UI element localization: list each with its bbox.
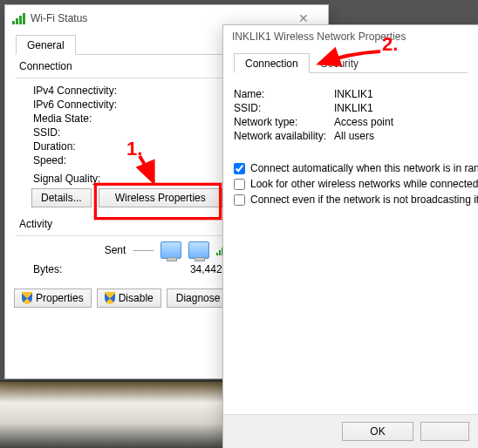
properties-button[interactable]: Properties <box>14 288 92 308</box>
look-for-others-checkbox-row[interactable]: Look for other wireless networks while c… <box>234 178 468 190</box>
wifi-bars-icon <box>12 12 25 24</box>
name-label: Name: <box>234 88 334 100</box>
connect-auto-checkbox[interactable] <box>234 163 245 174</box>
name-value: INKLIK1 <box>334 88 373 100</box>
wireless-properties-button[interactable]: Wireless Properties <box>99 188 222 207</box>
details-button[interactable]: Details... <box>31 188 92 207</box>
look-for-others-label: Look for other wireless networks while c… <box>250 178 478 190</box>
close-icon[interactable]: ✕ <box>286 11 321 25</box>
shield-icon <box>22 292 32 304</box>
connect-auto-checkbox-row[interactable]: Connect automatically when this network … <box>234 162 468 174</box>
sent-label: Sent <box>105 244 126 256</box>
network-type-value: Access point <box>334 116 393 128</box>
desktop-background-strip <box>0 380 225 448</box>
tab-security[interactable]: Security <box>310 53 370 73</box>
tab-general[interactable]: General <box>16 35 76 55</box>
wireless-properties-window: INKLIK1 Wireless Network Properties Conn… <box>222 24 478 448</box>
connect-auto-label: Connect automatically when this network … <box>250 162 478 174</box>
props-ssid-label: SSID: <box>234 102 334 114</box>
look-for-others-checkbox[interactable] <box>234 179 245 190</box>
speed-label: Speed: <box>33 154 155 166</box>
connect-non-broadcast-checkbox[interactable] <box>234 194 245 206</box>
network-type-label: Network type: <box>234 116 334 128</box>
next-button[interactable] <box>420 422 469 441</box>
ok-button[interactable]: OK <box>342 422 413 441</box>
ssid-label: SSID: <box>33 126 155 139</box>
tab-connection[interactable]: Connection <box>234 53 310 73</box>
ipv6-label: IPv6 Connectivity: <box>33 98 155 111</box>
network-availability-label: Network availability: <box>234 130 334 142</box>
props-tabstrip: Connection Security <box>234 53 468 73</box>
props-titlebar[interactable]: INKLIK1 Wireless Network Properties <box>223 25 478 48</box>
props-window-title: INKLIK1 Wireless Network Properties <box>232 31 471 43</box>
monitor-icon <box>188 241 209 259</box>
props-footer: OK <box>223 414 478 448</box>
bytes-label: Bytes: <box>33 263 155 275</box>
shield-icon <box>105 292 115 304</box>
ipv4-label: IPv4 Connectivity: <box>33 85 155 97</box>
properties-button-label: Properties <box>36 292 84 304</box>
media-state-label: Media State: <box>33 112 155 125</box>
diagnose-button[interactable]: Diagnose <box>167 288 230 308</box>
monitor-icon <box>160 241 181 259</box>
props-ssid-value: INKLIK1 <box>334 102 373 114</box>
connect-non-broadcast-checkbox-row[interactable]: Connect even if the network is not broad… <box>234 193 468 206</box>
wifi-window-title: Wi-Fi Status <box>31 12 286 24</box>
disable-button-label: Disable <box>119 292 154 304</box>
disable-button[interactable]: Disable <box>97 288 161 308</box>
network-availability-value: All users <box>334 130 374 142</box>
duration-label: Duration: <box>33 140 155 153</box>
connect-non-broadcast-label: Connect even if the network is not broad… <box>250 193 478 206</box>
